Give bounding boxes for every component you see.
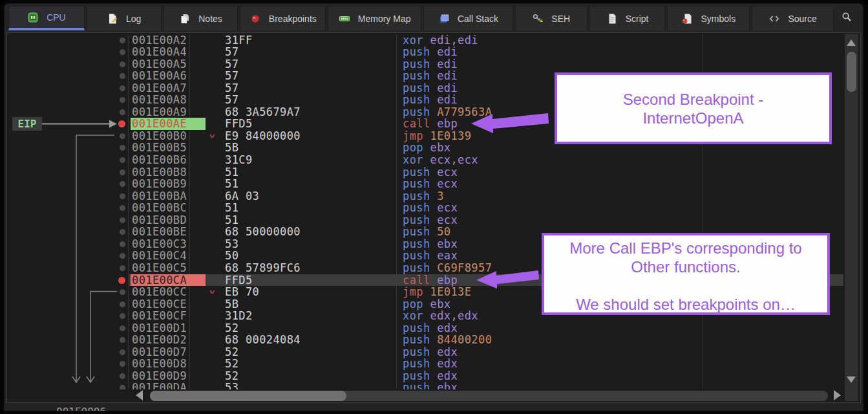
breakpoint-dot[interactable] — [120, 325, 125, 331]
tab-label: Script — [626, 14, 649, 24]
horizontal-scrollbar-thumb[interactable] — [150, 391, 346, 401]
instruction-text: push edi — [403, 46, 458, 58]
tab-breakpoints[interactable]: Breakpoints — [240, 6, 326, 30]
magnifier-icon — [841, 11, 852, 23]
breakpoint-dot[interactable] — [120, 313, 125, 319]
address-cell: 001E00CC — [131, 286, 206, 298]
breakpoint-dot[interactable] — [120, 97, 125, 103]
disasm-row[interactable]: 001E00B851push ecx — [7, 166, 846, 179]
tab-call-stack[interactable]: Call Stack — [423, 6, 513, 30]
instruction-text: push eax — [403, 250, 458, 262]
tab-label: Log — [126, 14, 141, 24]
breakpoint-dot[interactable] — [120, 169, 125, 175]
disasm-row[interactable]: 001E00BA6A 03push 3 — [7, 190, 846, 202]
breakpoint-dot-active[interactable] — [118, 120, 125, 127]
breakpoint-dot[interactable] — [120, 85, 125, 91]
address-cell: 001E00B8 — [131, 166, 206, 179]
breakpoint-dot[interactable] — [120, 265, 125, 271]
breakpoint-dot[interactable] — [120, 181, 125, 187]
address-cell: 001E00D2 — [131, 334, 206, 346]
breakpoint-dot[interactable] — [120, 109, 125, 115]
breakpoint-dot[interactable] — [120, 133, 125, 139]
address-cell: 001E00A9 — [131, 106, 206, 118]
instruction-text: push ecx — [403, 202, 458, 214]
tab-log[interactable]: Log — [87, 6, 162, 30]
annotation-text: Second Breakpoint - — [623, 90, 763, 109]
symbols-page-icon — [681, 13, 693, 25]
breakpoint-dot-active[interactable] — [118, 277, 125, 284]
address-cell: 001E00A4 — [131, 46, 206, 58]
opcode-bytes: 51 — [225, 178, 238, 190]
tab-seh[interactable]: SEH — [515, 6, 587, 30]
breakpoint-dot[interactable] — [120, 38, 125, 43]
breakpoint-dot[interactable] — [120, 61, 125, 67]
disasm-row[interactable]: 001E00D752push edx — [7, 346, 846, 358]
horizontal-scrollbar[interactable] — [134, 389, 841, 402]
disasm-row[interactable]: 001E00D152push edx — [7, 322, 846, 334]
address-cell: 001E00D8 — [131, 358, 206, 370]
disasm-row[interactable]: 001E00BD51push ecx — [7, 214, 846, 226]
disasm-row[interactable]: 001E00B631C9xor ecx,ecx — [7, 154, 846, 166]
tab-notes[interactable]: Notes — [164, 6, 238, 30]
disasm-row[interactable]: 001E00D952push edx — [7, 370, 846, 382]
notes-page-icon — [179, 13, 191, 25]
breakpoint-dot[interactable] — [120, 49, 125, 55]
opcode-bytes: 31FF — [225, 34, 253, 47]
breakpoint-dot[interactable] — [120, 385, 125, 389]
opcode-bytes: 52 — [225, 358, 238, 370]
log-page-icon — [107, 13, 118, 25]
tab-symbols[interactable]: Symbols — [667, 6, 750, 30]
instruction-text: push ebx — [403, 238, 458, 250]
breakpoint-dot[interactable] — [120, 229, 125, 235]
disasm-row[interactable]: 001E00A557push edi — [7, 58, 846, 71]
tab-cpu[interactable]: CPU — [8, 6, 85, 30]
disasm-row[interactable]: 001E00D852push edx — [7, 358, 846, 370]
disasm-row[interactable]: 001E00B951push ecx — [7, 178, 846, 190]
instruction-text: push edi — [403, 82, 458, 94]
opcode-bytes: 31D2 — [225, 310, 253, 322]
address-cell: 001E00CA — [131, 274, 206, 287]
call-stack-icon — [438, 13, 450, 25]
scroll-left-arrow[interactable] — [136, 390, 143, 400]
scroll-up-arrow[interactable] — [847, 39, 856, 46]
breakpoint-dot[interactable] — [120, 205, 125, 211]
breakpoint-dot[interactable] — [120, 157, 125, 163]
tab-label: CPU — [47, 12, 66, 23]
debugger-window: CPULogNotesBreakpointsMemory MapCall Sta… — [0, 0, 868, 414]
vertical-scrollbar[interactable] — [845, 34, 858, 401]
breakpoint-dot-icon — [249, 13, 261, 25]
disasm-row[interactable]: 001E00D268 00024084push 84400200 — [7, 334, 846, 346]
instruction-text: jmp 1E0139 — [403, 130, 471, 142]
disasm-row[interactable]: 001E00A457push edi — [7, 46, 846, 58]
instruction-text: pop ebx — [403, 298, 450, 310]
address-cell: 001E00AE — [131, 118, 206, 130]
vertical-scrollbar-thumb[interactable] — [847, 52, 856, 92]
breakpoint-dot[interactable] — [120, 301, 125, 307]
breakpoint-dot[interactable] — [120, 73, 125, 79]
disasm-row[interactable]: 001E00DA53push ebx — [7, 382, 846, 389]
tab-script[interactable]: Script — [589, 6, 666, 30]
address-cell: 001E00C4 — [131, 250, 206, 262]
tab-source[interactable]: Source — [752, 6, 834, 30]
scroll-right-arrow[interactable] — [834, 390, 841, 400]
breakpoint-dot[interactable] — [120, 349, 125, 355]
breakpoint-dot[interactable] — [120, 145, 125, 151]
breakpoint-dot[interactable] — [120, 289, 125, 295]
address-cell: 001E00A2 — [131, 34, 206, 47]
disasm-row[interactable]: 001E00A231FFxor edi,edi — [7, 34, 846, 47]
breakpoint-dot[interactable] — [120, 217, 125, 223]
breakpoint-dot[interactable] — [120, 361, 125, 367]
breakpoint-dot[interactable] — [120, 373, 125, 379]
breakpoint-dot[interactable] — [120, 193, 125, 199]
tab-memory-map[interactable]: Memory Map — [328, 6, 421, 30]
address-cell: 001E00B9 — [131, 178, 206, 190]
breakpoint-dot[interactable] — [120, 337, 125, 343]
instruction-text: push edi — [403, 94, 458, 106]
breakpoint-dot[interactable] — [120, 241, 125, 247]
search-button[interactable] — [836, 6, 858, 28]
tab-label: Notes — [198, 14, 222, 24]
disasm-row[interactable]: 001E00BC51push ecx — [7, 202, 846, 214]
scroll-down-arrow[interactable] — [847, 376, 856, 383]
cpu-chip-icon — [27, 12, 39, 23]
breakpoint-dot[interactable] — [120, 253, 125, 259]
